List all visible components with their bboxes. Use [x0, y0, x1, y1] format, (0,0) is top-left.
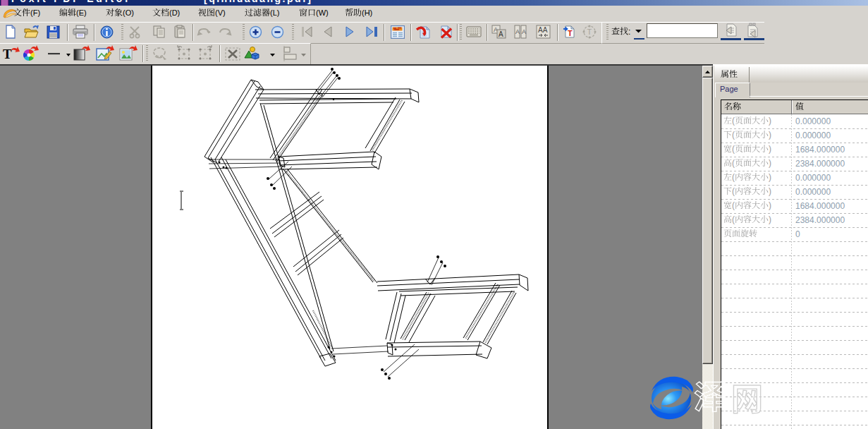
svg-text:): ) — [769, 172, 771, 182]
svg-text:(O): (O) — [123, 8, 134, 17]
svg-text:): ) — [769, 144, 771, 154]
svg-text:A: A — [515, 28, 520, 35]
svg-text:): ) — [769, 200, 771, 210]
svg-text:A: A — [522, 28, 526, 35]
svg-text:(: ( — [732, 172, 735, 182]
svg-text:(F): (F) — [30, 8, 40, 17]
svg-text:T: T — [587, 28, 592, 36]
svg-text:): ) — [769, 158, 771, 168]
svg-text:(V): (V) — [215, 8, 226, 17]
svg-text:AA: AA — [538, 26, 548, 34]
svg-text:(: ( — [732, 130, 735, 140]
svg-text:): ) — [769, 214, 771, 224]
svg-text:(: ( — [732, 186, 735, 196]
svg-text:(H): (H) — [362, 8, 372, 17]
svg-text::: : — [628, 27, 630, 37]
svg-text:(: ( — [732, 214, 735, 224]
svg-text:(W): (W) — [316, 8, 329, 17]
svg-text:T: T — [568, 29, 573, 37]
svg-text:): ) — [769, 186, 771, 196]
svg-text:): ) — [769, 116, 771, 126]
svg-text:(: ( — [732, 116, 735, 126]
svg-text:(: ( — [732, 144, 735, 154]
svg-text:(: ( — [732, 158, 735, 168]
svg-text:(L): (L) — [270, 8, 279, 17]
svg-text:T: T — [3, 47, 12, 61]
svg-text:(: ( — [732, 200, 735, 210]
svg-text:(D): (D) — [169, 8, 180, 17]
svg-text:): ) — [769, 130, 771, 140]
svg-text:A: A — [499, 30, 503, 38]
svg-text:(E): (E) — [76, 8, 87, 17]
